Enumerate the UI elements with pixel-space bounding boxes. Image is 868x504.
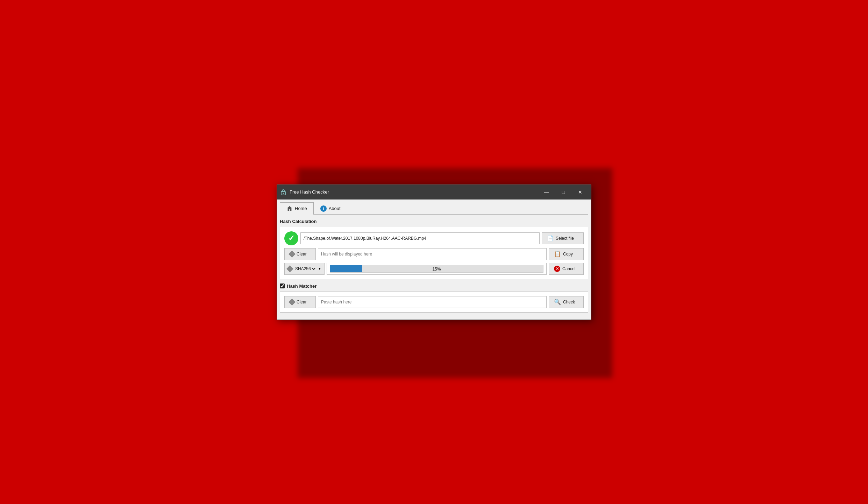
hash-matcher-checkbox[interactable] — [280, 284, 285, 288]
check-button[interactable]: 🔍 Check — [549, 296, 584, 308]
hash-matcher-card: Clear 🔍 Check — [280, 292, 588, 313]
window-title: Free Hash Checker — [290, 189, 539, 195]
progress-bar-container: 15% — [327, 263, 547, 275]
sha-select-wrap[interactable]: SHA256 MD5 SHA1 SHA512 ▼ — [284, 263, 325, 275]
clear-hash-button[interactable]: Clear — [284, 248, 316, 260]
search-icon: 🔍 — [554, 299, 561, 305]
chevron-down-icon: ▼ — [318, 267, 321, 271]
sha-algorithm-select[interactable]: SHA256 MD5 SHA1 SHA512 — [294, 266, 316, 272]
cancel-icon: ✕ — [554, 266, 560, 272]
file-path-display: /The.Shape.of.Water.2017.1080p.BluRay.H2… — [300, 232, 540, 244]
home-icon — [286, 205, 293, 212]
tab-about[interactable]: i About — [314, 202, 347, 215]
clear-matcher-button[interactable]: Clear — [284, 296, 316, 308]
progress-percent-label: 15% — [330, 265, 543, 273]
copy-icon: 📋 — [554, 251, 561, 257]
copy-hash-button[interactable]: 📋 Copy — [549, 248, 584, 260]
select-file-button[interactable]: 📄 Select file — [542, 232, 584, 244]
paste-hash-field[interactable] — [318, 296, 547, 308]
maximize-button[interactable]: □ — [555, 187, 571, 198]
main-content: Home i About Hash Calculation /The.Shape… — [277, 200, 591, 320]
svg-point-1 — [283, 192, 284, 194]
hash-matcher-section: Hash Matcher Clear 🔍 Check — [280, 284, 588, 313]
tab-bar: Home i About — [280, 202, 588, 215]
file-row: /The.Shape.of.Water.2017.1080p.BluRay.H2… — [284, 231, 584, 245]
hash-display-row: Clear 📋 Copy — [284, 248, 584, 260]
titlebar-controls: — □ ✕ — [539, 187, 588, 198]
minimize-button[interactable]: — — [539, 187, 555, 198]
tab-about-label: About — [329, 206, 341, 211]
hash-calculation-section: Hash Calculation /The.Shape.of.Water.201… — [280, 219, 588, 279]
app-window: Free Hash Checker — □ ✕ Home i About Ha — [277, 184, 591, 320]
diamond-icon — [289, 251, 296, 258]
titlebar: Free Hash Checker — □ ✕ — [277, 185, 591, 200]
diamond-clear-icon — [289, 299, 296, 306]
tab-home[interactable]: Home — [280, 202, 314, 215]
progress-bar-background: 15% — [330, 265, 543, 273]
matcher-row: Clear 🔍 Check — [284, 296, 584, 308]
cancel-button[interactable]: ✕ Cancel — [549, 263, 584, 275]
hash-matcher-label: Hash Matcher — [280, 284, 588, 289]
progress-row: SHA256 MD5 SHA1 SHA512 ▼ 15% — [284, 263, 584, 275]
hash-calculation-card: /The.Shape.of.Water.2017.1080p.BluRay.H2… — [280, 227, 588, 279]
hash-output-field[interactable] — [318, 248, 547, 260]
sha-diamond-icon — [286, 265, 293, 272]
info-icon: i — [320, 205, 327, 212]
success-checkmark — [284, 231, 298, 245]
app-icon — [280, 189, 287, 196]
tab-home-label: Home — [295, 206, 307, 211]
hash-calculation-label: Hash Calculation — [280, 219, 588, 224]
close-button[interactable]: ✕ — [572, 187, 588, 198]
file-icon: 📄 — [547, 235, 554, 241]
